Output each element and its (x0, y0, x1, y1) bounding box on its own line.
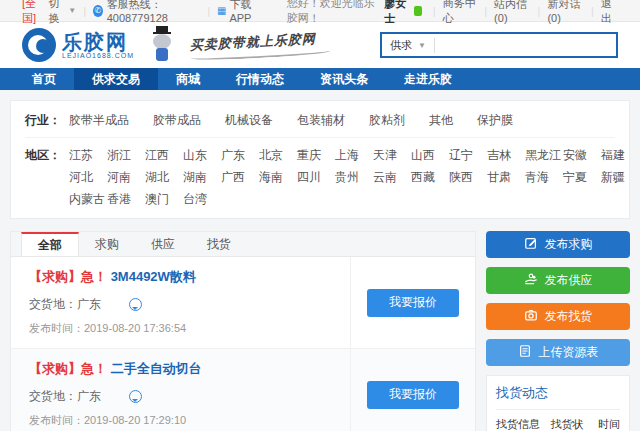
region-item[interactable]: 湖北 (145, 166, 182, 188)
region-item[interactable]: 江西 (145, 144, 182, 166)
nav-item[interactable]: 行情动态 (218, 68, 302, 90)
industry-item[interactable]: 其他 (429, 109, 453, 131)
dynamics-title: 找货动态 (496, 384, 620, 410)
region-item[interactable]: 吉林 (487, 144, 524, 166)
quote-button[interactable]: 我要报价 (367, 289, 459, 317)
region-item[interactable]: 台湾 (183, 188, 220, 210)
region-item[interactable]: 福建 (601, 144, 638, 166)
industry-item[interactable]: 保护膜 (477, 109, 513, 131)
region-item[interactable]: 新疆 (601, 166, 638, 188)
search-category-select[interactable]: 供求 ▼ (382, 38, 435, 53)
region-item[interactable]: 云南 (373, 166, 410, 188)
publish-time: 发布时间：2019-08-20 17:36:54 (29, 321, 332, 336)
region-item[interactable]: 浙江 (107, 144, 144, 166)
listing-tag: 【求购】 (29, 361, 81, 376)
industry-item[interactable]: 胶粘剂 (369, 109, 405, 131)
inbox-link[interactable]: 站内信(0) (494, 0, 530, 24)
industry-item[interactable]: 胶带成品 (153, 109, 201, 131)
chevron-down-icon: ▼ (418, 41, 426, 50)
tab-item[interactable]: 供应 (135, 232, 191, 256)
region-switch-link[interactable]: 切换 (49, 0, 67, 26)
region-item[interactable]: 河南 (107, 166, 144, 188)
region-item[interactable]: 北京 (259, 144, 296, 166)
region-item[interactable]: 湖南 (183, 166, 220, 188)
region-row: 内蒙古香港澳门台湾 (69, 188, 639, 210)
region-item[interactable]: 重庆 (297, 144, 334, 166)
tab-item[interactable]: 找货 (191, 232, 247, 256)
industry-items: 胶带半成品胶带成品机械设备包装辅材胶粘剂其他保护膜 (69, 109, 537, 131)
quote-button[interactable]: 我要报价 (367, 381, 459, 409)
nav-item[interactable]: 首页 (14, 68, 74, 90)
chat-bubble-icon[interactable] (129, 298, 142, 311)
main-nav: 首页供求交易商城行情动态资讯头条走进乐胶 (0, 68, 640, 90)
region-item[interactable]: 宁夏 (563, 166, 600, 188)
site-logo[interactable]: 乐胶网 LEJIAO1688.COM (22, 28, 134, 62)
region-item[interactable]: 西藏 (411, 166, 448, 188)
slogan-block: 买卖胶带就上乐胶网 (189, 29, 330, 61)
region-item[interactable]: 甘肃 (487, 166, 524, 188)
region-item[interactable]: 香港 (107, 188, 144, 210)
region-item[interactable]: 广东 (221, 144, 258, 166)
logo-subtitle: LEJIAO1688.COM (62, 52, 134, 59)
region-item[interactable]: 山西 (411, 144, 448, 166)
region-item[interactable]: 山东 (183, 144, 220, 166)
listing-title[interactable]: 【求购】急！ 二手全自动切台 (29, 360, 332, 378)
region-item[interactable]: 上海 (335, 144, 372, 166)
industry-item[interactable]: 机械设备 (225, 109, 273, 131)
publish-button[interactable]: 发布供应 (486, 267, 630, 294)
region-filter-row: 地区： 江苏浙江江西山东广东北京重庆上海天津山西辽宁吉林黑龙江安徽福建河北河南湖… (25, 144, 615, 210)
publish-button[interactable]: 发布找货 (486, 303, 630, 330)
industry-item[interactable]: 胶带半成品 (69, 109, 129, 131)
divider: | (83, 5, 86, 17)
tab-item[interactable]: 求购 (79, 232, 135, 256)
region-item[interactable]: 陕西 (449, 166, 486, 188)
industry-label: 行业： (25, 109, 69, 131)
divider: | (484, 5, 487, 17)
region-item[interactable]: 青海 (525, 166, 562, 188)
download-app-link[interactable]: 下载APP (229, 0, 264, 24)
hotline-text: 客服热线：4008779128 (107, 0, 200, 24)
supply-icon (524, 272, 538, 289)
tab-item[interactable]: 全部 (21, 232, 79, 256)
region-row: 河北河南湖北湖南广西海南四川贵州云南西藏陕西甘肃青海宁夏新疆 (69, 166, 639, 188)
industry-filter-row: 行业： 胶带半成品胶带成品机械设备包装辅材胶粘剂其他保护膜 (25, 109, 615, 138)
site-header: 乐胶网 LEJIAO1688.COM 买卖胶带就上乐胶网 供求 ▼ (0, 22, 640, 68)
search-input[interactable] (435, 35, 616, 55)
nav-item[interactable]: 商城 (158, 68, 218, 90)
listing-urgent: 急！ (81, 361, 111, 376)
page: [全国] 切换 ▼ | ✆ 客服热线：4008779128 | ▦ 下载APP … (0, 0, 640, 431)
listing-name: 3M4492W散料 (111, 269, 196, 284)
logout-link[interactable]: 退出 (601, 0, 618, 26)
region-item[interactable]: 黑龙江 (525, 144, 562, 166)
qr-grid-icon: ▦ (217, 5, 226, 16)
region-item[interactable]: 海南 (259, 166, 296, 188)
publish-button[interactable]: 发布求购 (486, 231, 630, 258)
online-status-icon[interactable] (414, 6, 422, 16)
region-item[interactable]: 辽宁 (449, 144, 486, 166)
divider: | (207, 5, 210, 17)
region-item[interactable]: 澳门 (145, 188, 182, 210)
logo-text: 乐胶网 LEJIAO1688.COM (62, 32, 134, 59)
region-item[interactable]: 内蒙古 (69, 188, 106, 210)
user-name[interactable]: 廖女士 (384, 0, 410, 26)
industry-item[interactable]: 包装辅材 (297, 109, 345, 131)
listing-rows: 【求购】急！ 3M4492W散料交货地：广东发布时间：2019-08-20 17… (11, 257, 475, 431)
divider: | (591, 5, 594, 17)
region-item[interactable]: 河北 (69, 166, 106, 188)
region-item[interactable]: 安徽 (563, 144, 600, 166)
listing-tag: 【求购】 (29, 269, 81, 284)
new-chat-link[interactable]: 新对话(0) (547, 0, 583, 24)
nav-item[interactable]: 资讯头条 (302, 68, 386, 90)
region-item[interactable]: 贵州 (335, 166, 372, 188)
nav-item[interactable]: 供求交易 (74, 68, 158, 90)
chat-bubble-icon[interactable] (129, 390, 142, 403)
region-item[interactable]: 四川 (297, 166, 334, 188)
publish-button[interactable]: 上传资源表 (486, 339, 630, 366)
region-item[interactable]: 广西 (221, 166, 258, 188)
region-item[interactable]: 江苏 (69, 144, 106, 166)
listing-title[interactable]: 【求购】急！ 3M4492W散料 (29, 268, 332, 286)
business-center-link[interactable]: 商务中心 (443, 0, 478, 26)
region-tag: [全国] (22, 0, 45, 26)
nav-item[interactable]: 走进乐胶 (386, 68, 470, 90)
region-item[interactable]: 天津 (373, 144, 410, 166)
